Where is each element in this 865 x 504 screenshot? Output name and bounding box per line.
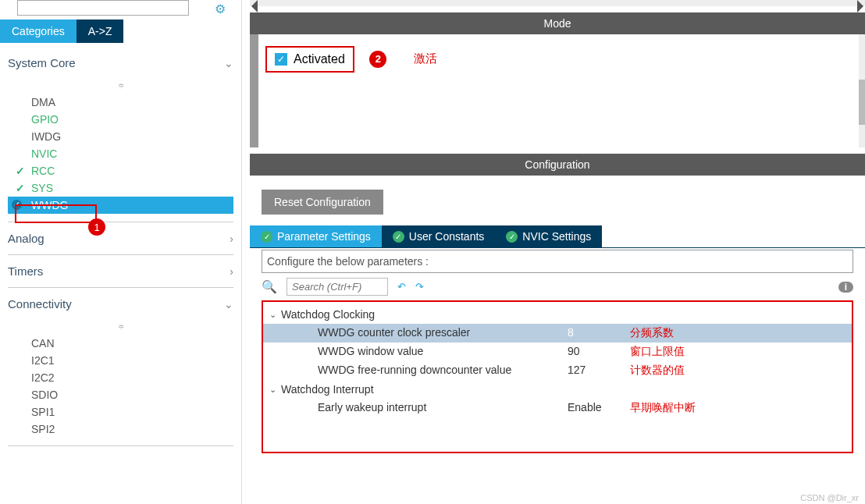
right-panel: Mode ✓ Activated 2 激活 Configuration Rese… — [250, 0, 865, 504]
param-early-wakeup[interactable]: Early wakeup interrupt Enable 早期唤醒中断 — [263, 399, 852, 417]
info-icon[interactable]: i — [838, 282, 853, 293]
activated-checkbox-box: ✓ Activated — [265, 46, 354, 73]
search-input[interactable] — [287, 278, 388, 296]
undo-icon[interactable]: ↶ — [397, 281, 406, 293]
chevron-down-icon: ⌄ — [269, 385, 276, 395]
value: Enable — [568, 401, 614, 415]
annotation-badge-1: 1 — [88, 218, 105, 236]
item-sys[interactable]: SYS — [8, 179, 233, 197]
tab-nvic-settings[interactable]: ✓ NVIC Settings — [495, 225, 602, 247]
header-timers[interactable]: Timers › — [8, 255, 233, 287]
check-icon: ✓ — [393, 231, 404, 243]
header-analog[interactable]: Analog › — [8, 222, 233, 254]
label: Connectivity — [8, 297, 72, 311]
config-description: Configure the below parameters : — [262, 250, 853, 273]
label: Early wakeup interrupt — [263, 401, 568, 415]
item-spi2[interactable]: SPI2 — [8, 421, 233, 438]
label: Watchdog Interrupt — [281, 383, 374, 396]
chevron-down-icon: ⌄ — [224, 57, 233, 69]
item-i2c1[interactable]: I2C1 — [8, 352, 233, 369]
item-rcc[interactable]: RCC — [8, 162, 233, 179]
activated-label: Activated — [294, 52, 345, 66]
annotation: 早期唤醒中断 — [630, 401, 696, 415]
chevron-down-icon: ⌄ — [269, 310, 276, 320]
section-connectivity: Connectivity ⌄ ≑ CAN I2C1 I2C2 SDIO SPI1… — [8, 288, 233, 446]
label: NVIC Settings — [522, 230, 591, 243]
grip-icon: ≑ — [8, 79, 233, 92]
label: Watchdog Clocking — [281, 308, 375, 321]
chevron-right-icon: › — [230, 232, 233, 245]
group-watchdog-interrupt[interactable]: ⌄ Watchdog Interrupt — [263, 380, 852, 399]
chevron-right-icon: › — [230, 265, 233, 278]
config-tabs: ✓ Parameter Settings ✓ User Constants ✓ … — [250, 225, 865, 248]
mode-vscroll[interactable] — [859, 34, 865, 147]
chevron-down-icon: ⌄ — [224, 298, 233, 311]
item-dma[interactable]: DMA — [8, 94, 233, 111]
section-analog: Analog › — [8, 222, 233, 255]
system-core-items: DMA GPIO IWDG NVIC RCC SYS WWDG — [8, 92, 233, 222]
annotation-activate: 激活 — [414, 51, 437, 65]
tab-parameter-settings[interactable]: ✓ Parameter Settings — [250, 225, 382, 247]
grip-icon: ≑ — [8, 320, 233, 333]
left-tab-bar: Categories A->Z — [0, 20, 241, 43]
item-wwdg[interactable]: WWDG — [8, 197, 233, 214]
label: User Constants — [409, 230, 484, 243]
check-icon: ✓ — [506, 231, 518, 243]
tab-user-constants[interactable]: ✓ User Constants — [382, 225, 495, 247]
header-system-core[interactable]: System Core ⌄ — [8, 47, 233, 79]
annotation: 窗口上限值 — [630, 345, 685, 359]
item-i2c2[interactable]: I2C2 — [8, 369, 233, 386]
connectivity-items: CAN I2C1 I2C2 SDIO SPI1 SPI2 — [8, 333, 233, 445]
label: Analog — [8, 232, 44, 245]
redo-icon[interactable]: ↷ — [415, 281, 424, 293]
value: 90 — [568, 345, 614, 359]
item-can[interactable]: CAN — [8, 335, 233, 352]
search-row: 🔍 ↶ ↷ i — [250, 275, 865, 299]
label: Parameter Settings — [277, 230, 371, 243]
annotation-badge-2: 2 — [369, 51, 386, 68]
label: WWDG window value — [263, 345, 568, 359]
mode-scrollbar[interactable] — [254, 34, 258, 147]
param-window-value[interactable]: WWDG window value 90 窗口上限值 — [263, 343, 852, 361]
item-spi1[interactable]: SPI1 — [8, 403, 233, 421]
label: WWDG free-running downcounter value — [263, 364, 568, 378]
item-iwdg[interactable]: IWDG — [8, 128, 233, 145]
left-panel: ⚙ Categories A->Z System Core ⌄ ≑ DMA GP… — [0, 0, 242, 504]
gear-icon[interactable]: ⚙ — [215, 2, 226, 16]
item-sdio[interactable]: SDIO — [8, 386, 233, 403]
header-connectivity[interactable]: Connectivity ⌄ — [8, 288, 233, 320]
scroll-left-icon[interactable] — [250, 0, 258, 12]
watermark: CSDN @Dir_xr — [800, 493, 859, 502]
section-system-core: System Core ⌄ ≑ DMA GPIO IWDG NVIC RCC S… — [8, 47, 233, 222]
reset-config-button[interactable]: Reset Configuration — [262, 190, 383, 215]
hscroll[interactable] — [250, 0, 865, 6]
item-gpio[interactable]: GPIO — [8, 111, 233, 128]
value: 127 — [568, 364, 614, 378]
params-box: ⌄ Watchdog Clocking WWDG counter clock p… — [262, 300, 853, 453]
activated-checkbox[interactable]: ✓ — [275, 53, 287, 66]
mode-header: Mode — [250, 12, 865, 34]
peripheral-combo[interactable] — [17, 0, 189, 16]
label: Timers — [8, 264, 43, 278]
tab-az[interactable]: A->Z — [77, 20, 124, 43]
check-icon: ✓ — [261, 231, 272, 243]
mode-body: ✓ Activated 2 激活 — [250, 34, 865, 147]
search-icon[interactable]: 🔍 — [262, 279, 277, 294]
value: 8 — [568, 326, 614, 340]
param-prescaler[interactable]: WWDG counter clock prescaler 8 分频系数 — [263, 324, 852, 343]
label: WWDG counter clock prescaler — [263, 326, 568, 340]
section-timers: Timers › — [8, 255, 233, 288]
annotation: 计数器的值 — [630, 364, 685, 378]
group-watchdog-clocking[interactable]: ⌄ Watchdog Clocking — [263, 305, 852, 324]
param-downcounter[interactable]: WWDG free-running downcounter value 127 … — [263, 361, 852, 380]
label: System Core — [8, 56, 76, 69]
item-nvic[interactable]: NVIC — [8, 145, 233, 162]
annotation: 分频系数 — [630, 326, 674, 340]
scroll-right-icon[interactable] — [857, 0, 865, 12]
tab-categories[interactable]: Categories — [0, 20, 77, 43]
config-header: Configuration — [250, 154, 865, 176]
